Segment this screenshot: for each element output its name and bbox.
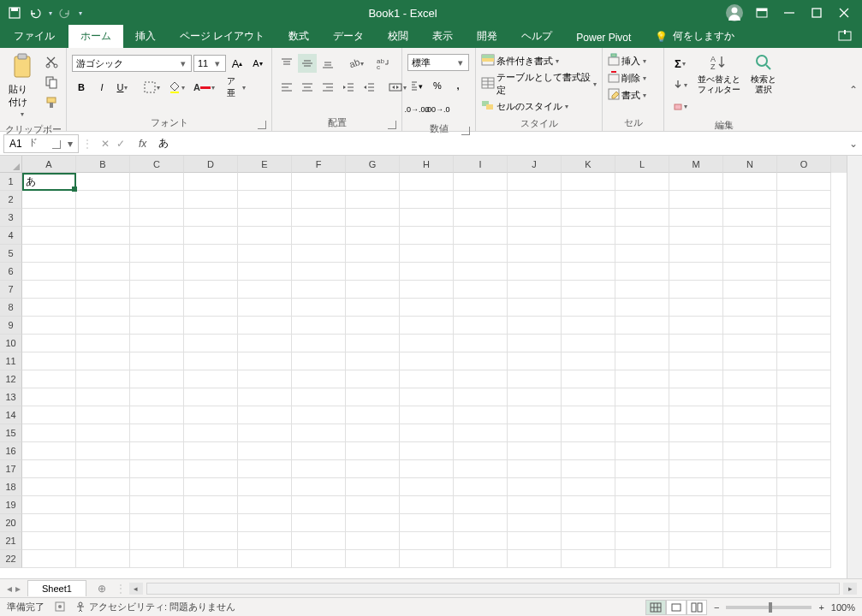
- view-page-layout-button[interactable]: [666, 600, 687, 615]
- cell[interactable]: [238, 550, 292, 568]
- formula-bar-input[interactable]: あ: [152, 134, 845, 153]
- cell[interactable]: [508, 424, 562, 442]
- align-center-button[interactable]: [298, 78, 317, 97]
- tab-formulas[interactable]: 数式: [276, 25, 321, 48]
- cell[interactable]: [400, 352, 454, 370]
- cell[interactable]: [562, 227, 615, 245]
- cell[interactable]: [723, 281, 777, 299]
- cell[interactable]: [22, 514, 76, 532]
- cell[interactable]: [346, 370, 400, 388]
- cell[interactable]: [454, 550, 508, 568]
- cell[interactable]: [292, 460, 346, 478]
- align-left-button[interactable]: [277, 78, 296, 97]
- cell[interactable]: [562, 209, 615, 227]
- cell[interactable]: [562, 532, 615, 550]
- cell[interactable]: [292, 370, 346, 388]
- number-format-combo[interactable]: 標準▾: [407, 54, 469, 71]
- cell[interactable]: [22, 532, 76, 550]
- cell[interactable]: [346, 388, 400, 406]
- cell[interactable]: [454, 460, 508, 478]
- cell[interactable]: [777, 478, 831, 496]
- cell[interactable]: [292, 245, 346, 263]
- cell[interactable]: [400, 406, 454, 424]
- cell[interactable]: [22, 478, 76, 496]
- cell[interactable]: [400, 245, 454, 263]
- cell[interactable]: [723, 388, 777, 406]
- conditional-format-button[interactable]: 条件付き書式▾: [481, 54, 559, 68]
- tab-data[interactable]: データ: [321, 25, 376, 48]
- cell[interactable]: [346, 514, 400, 532]
- cell[interactable]: [615, 442, 669, 460]
- cell[interactable]: [292, 263, 346, 281]
- cell[interactable]: [562, 388, 615, 406]
- cell[interactable]: [723, 442, 777, 460]
- clipboard-launcher[interactable]: [52, 140, 61, 149]
- cell[interactable]: [238, 388, 292, 406]
- format-cells-button[interactable]: 書式▾: [608, 88, 646, 103]
- align-right-button[interactable]: [318, 78, 337, 97]
- cell[interactable]: [669, 496, 723, 514]
- account-icon[interactable]: [727, 5, 742, 21]
- tab-page-layout[interactable]: ページ レイアウト: [168, 25, 276, 48]
- col-header[interactable]: G: [346, 156, 400, 173]
- cell[interactable]: [615, 532, 669, 550]
- col-header[interactable]: B: [76, 156, 130, 173]
- tab-power-pivot[interactable]: Power Pivot: [564, 27, 643, 48]
- cell[interactable]: [400, 514, 454, 532]
- cell[interactable]: [454, 514, 508, 532]
- row-header[interactable]: 20: [0, 514, 22, 532]
- cell[interactable]: [669, 191, 723, 209]
- cell[interactable]: [615, 388, 669, 406]
- row-header[interactable]: 10: [0, 335, 22, 352]
- cut-button[interactable]: [42, 52, 61, 71]
- expand-formula-bar-icon[interactable]: ⌄: [845, 138, 862, 150]
- font-launcher[interactable]: [258, 121, 266, 129]
- cell[interactable]: [508, 370, 562, 388]
- cell[interactable]: [76, 550, 130, 568]
- accounting-button[interactable]: ▾: [407, 76, 426, 95]
- cell[interactable]: [562, 352, 615, 370]
- cell[interactable]: [723, 299, 777, 317]
- cell[interactable]: [76, 191, 130, 209]
- cell[interactable]: [723, 263, 777, 281]
- cell[interactable]: [76, 442, 130, 460]
- cell[interactable]: [777, 173, 831, 191]
- close-icon[interactable]: [836, 5, 852, 21]
- cell[interactable]: [669, 442, 723, 460]
- row-header[interactable]: 12: [0, 370, 22, 388]
- cell[interactable]: [562, 317, 615, 335]
- cell[interactable]: [454, 281, 508, 299]
- cell[interactable]: [454, 317, 508, 335]
- cell[interactable]: [777, 442, 831, 460]
- tab-home[interactable]: ホーム: [68, 25, 123, 48]
- cell[interactable]: [508, 406, 562, 424]
- cell[interactable]: [130, 263, 184, 281]
- cell[interactable]: あ: [22, 173, 76, 191]
- cell[interactable]: [238, 442, 292, 460]
- cell[interactable]: [76, 388, 130, 406]
- cell[interactable]: [508, 245, 562, 263]
- align-launcher[interactable]: [388, 121, 396, 129]
- cell[interactable]: [130, 388, 184, 406]
- cell[interactable]: [76, 335, 130, 352]
- cell[interactable]: [562, 191, 615, 209]
- cell[interactable]: [130, 209, 184, 227]
- cell[interactable]: [184, 281, 238, 299]
- cell[interactable]: [238, 173, 292, 191]
- cell[interactable]: [615, 173, 669, 191]
- cell[interactable]: [238, 424, 292, 442]
- cell[interactable]: [777, 514, 831, 532]
- cell[interactable]: [777, 424, 831, 442]
- cell[interactable]: [130, 191, 184, 209]
- row-header[interactable]: 22: [0, 550, 22, 568]
- cell[interactable]: [76, 514, 130, 532]
- cell[interactable]: [454, 245, 508, 263]
- cell[interactable]: [346, 191, 400, 209]
- cell[interactable]: [76, 227, 130, 245]
- cell[interactable]: [130, 442, 184, 460]
- cell[interactable]: [22, 245, 76, 263]
- format-table-button[interactable]: テーブルとして書式設定▾: [481, 71, 597, 97]
- cell[interactable]: [76, 496, 130, 514]
- cell[interactable]: [777, 352, 831, 370]
- horizontal-scrollbar[interactable]: [146, 583, 840, 595]
